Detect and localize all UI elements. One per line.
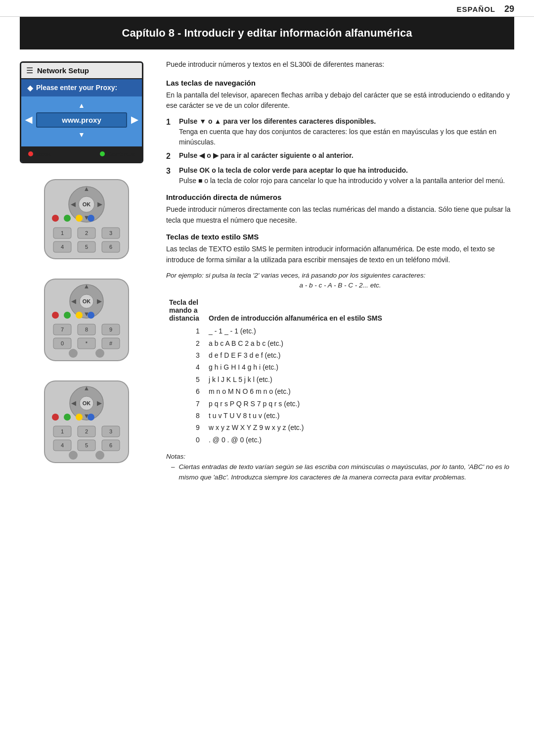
svg-text:7: 7 — [61, 327, 64, 332]
sms-key-6: 7 — [166, 398, 206, 410]
sms-key-1: 2 — [166, 337, 206, 349]
sms-key-5: 6 — [166, 385, 206, 397]
screen-input-area: ▲ ◀ www.proxy ▶ ▼ — [21, 96, 142, 146]
svg-text:▲: ▲ — [84, 283, 90, 290]
svg-text:5: 5 — [85, 244, 88, 250]
note-dash: – — [171, 462, 175, 483]
note-text-0: Ciertas entradas de texto varían según s… — [179, 462, 514, 483]
sms-order-8: w x y z W X Y Z 9 w x y z (etc.) — [206, 422, 514, 433]
sms-table-row: 2a b c A B C 2 a b c (etc.) — [166, 337, 514, 349]
svg-text:1: 1 — [61, 428, 64, 434]
device-screen: ☰ Network Setup ◆ Please enter your Prox… — [20, 61, 143, 163]
screen-title-bar: ☰ Network Setup — [21, 63, 142, 79]
nav-keys-body: En la pantalla del televisor, aparecen f… — [166, 90, 514, 111]
remote-svg-1: ▲ ▼ ◀ ▶ OK 1 2 3 4 5 6 — [30, 177, 143, 261]
svg-point-44 — [52, 312, 59, 319]
svg-point-48 — [69, 349, 78, 358]
svg-text:#: # — [109, 340, 113, 346]
svg-text:*: * — [86, 340, 88, 346]
sms-table-row: 1_ - 1 _ - 1 (etc.) — [166, 325, 514, 337]
remote-svg-3: ▲ ▼ ◀ ▶ OK 1 2 3 4 5 6 — [30, 378, 143, 465]
page-number: 29 — [504, 4, 514, 14]
sms-table-header-key: Tecla del mando a distancia — [166, 297, 206, 325]
sms-table-row: 7p q r s P Q R S 7 p q r s (etc.) — [166, 398, 514, 410]
sms-table-row: 0. @ 0 . @ 0 (etc.) — [166, 434, 514, 446]
direct-numbers-body: Puede introducir números directamente co… — [166, 204, 514, 226]
continue-button[interactable]: Continue — [100, 150, 135, 158]
svg-text:OK: OK — [83, 201, 91, 207]
list-text-1: Pulse ▼ o ▲ para ver los diferentes cara… — [179, 116, 514, 147]
list-item-3: 3 Pulse OK o la tecla de color verde par… — [166, 165, 514, 186]
svg-text:6: 6 — [109, 442, 112, 448]
svg-point-49 — [95, 349, 104, 358]
svg-text:8: 8 — [85, 327, 88, 332]
svg-text:▶: ▶ — [97, 297, 102, 305]
left-arrow-btn[interactable]: ◀ — [25, 114, 32, 125]
list-text-3-bold: Pulse OK o la tecla de color verde para … — [179, 166, 408, 174]
right-arrow-btn[interactable]: ▶ — [131, 114, 138, 125]
svg-text:5: 5 — [85, 442, 88, 448]
svg-text:4: 4 — [61, 442, 64, 448]
svg-text:◀: ◀ — [71, 399, 76, 407]
svg-point-47 — [88, 312, 94, 319]
sms-keys-body: Las teclas de TEXTO estilo SMS le permit… — [166, 244, 514, 265]
input-row: ◀ www.proxy ▶ — [25, 112, 138, 128]
list-text-1-normal: Tenga en cuenta que hay dos conjuntos de… — [179, 128, 496, 146]
list-icon: ☰ — [26, 66, 33, 75]
list-item-1: 1 Pulse ▼ o ▲ para ver los diferentes ca… — [166, 116, 514, 147]
red-dot-icon — [28, 151, 33, 156]
list-num-2: 2 — [166, 150, 174, 162]
proxy-input[interactable]: www.proxy — [36, 112, 127, 128]
sms-order-2: d e f D E F 3 d e f (etc.) — [206, 349, 514, 361]
svg-text:9: 9 — [109, 327, 112, 332]
svg-text:◀: ◀ — [71, 200, 76, 208]
sms-table: Tecla del mando a distancia Orden de int… — [166, 297, 514, 446]
svg-text:▲: ▲ — [84, 185, 90, 192]
nav-arrow-down: ▼ — [78, 131, 85, 139]
screen-footer: Back Continue — [21, 146, 142, 162]
sms-order-6: p q r s P Q R S 7 p q r s (etc.) — [206, 398, 514, 410]
svg-point-74 — [69, 451, 78, 460]
svg-point-23 — [88, 215, 94, 222]
continue-label: Continue — [107, 150, 135, 158]
remote-control-1: ▲ ▼ ◀ ▶ OK 1 2 3 4 5 6 — [30, 177, 138, 263]
svg-point-22 — [76, 215, 83, 222]
sms-example-line1: Por ejemplo: si pulsa la tecla '2' varia… — [166, 271, 514, 281]
sms-order-1: a b c A B C 2 a b c (etc.) — [206, 337, 514, 349]
notes-items: –Ciertas entradas de texto varían según … — [166, 462, 514, 483]
svg-point-73 — [88, 414, 94, 421]
sms-table-row: 5j k l J K L 5 j k l (etc.) — [166, 374, 514, 385]
left-column: ☰ Network Setup ◆ Please enter your Prox… — [20, 49, 158, 483]
svg-point-70 — [52, 414, 59, 421]
svg-text:3: 3 — [109, 428, 112, 434]
nav-arrow-up: ▲ — [78, 101, 85, 109]
back-button[interactable]: Back — [28, 150, 51, 158]
sms-key-8: 9 — [166, 422, 206, 433]
sms-order-7: t u v T U V 8 t u v (etc.) — [206, 410, 514, 422]
main-layout: ☰ Network Setup ◆ Please enter your Prox… — [0, 49, 534, 483]
svg-point-46 — [76, 312, 83, 319]
sms-table-row: 3d e f D E F 3 d e f (etc.) — [166, 349, 514, 361]
note-item-0: –Ciertas entradas de texto varían según … — [166, 462, 514, 483]
language-label: ESPAÑOL — [457, 5, 495, 13]
right-column: Puede introducir números y textos en el … — [158, 49, 514, 483]
screen-prompt-text: Please enter your Proxy: — [36, 84, 117, 92]
remote-svg-2: ▲ ▼ ◀ ▶ OK 7 8 9 0 * # — [30, 277, 143, 363]
svg-text:▶: ▶ — [97, 399, 102, 407]
screen-title: Network Setup — [37, 66, 89, 75]
numbered-list: 1 Pulse ▼ o ▲ para ver los diferentes ca… — [166, 116, 514, 186]
list-text-1-bold: Pulse ▼ o ▲ para ver los diferentes cara… — [179, 117, 376, 125]
svg-point-71 — [64, 414, 71, 421]
svg-point-75 — [95, 451, 104, 460]
svg-point-45 — [64, 312, 71, 319]
svg-text:◀: ◀ — [71, 297, 76, 305]
sms-order-4: j k l J K L 5 j k l (etc.) — [206, 374, 514, 385]
sms-key-3: 4 — [166, 361, 206, 373]
chapter-title: Capítulo 8 - Introducir y editar informa… — [49, 26, 485, 41]
svg-text:1: 1 — [61, 230, 64, 236]
remote-control-2: ▲ ▼ ◀ ▶ OK 7 8 9 0 * # — [30, 277, 138, 365]
remote-control-3: ▲ ▼ ◀ ▶ OK 1 2 3 4 5 6 — [30, 378, 138, 467]
sms-key-7: 8 — [166, 410, 206, 422]
list-text-3-normal: Pulse ■ o la tecla de color rojo para ca… — [179, 177, 505, 185]
globe-icon: ◆ — [27, 83, 33, 93]
